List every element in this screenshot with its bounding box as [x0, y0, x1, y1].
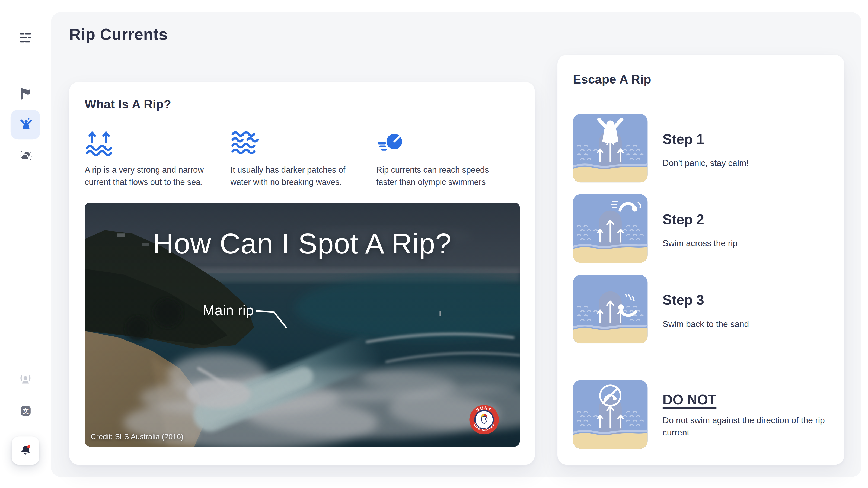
sidebar-item-weather[interactable]: [10, 140, 40, 170]
step-title: Step 1: [663, 132, 704, 146]
app-window: 文 Rip Currents What Is A Rip?: [0, 0, 868, 488]
step-title: Step 2: [663, 213, 704, 226]
step-text: Swim across the rip: [663, 237, 738, 250]
feature-text: Rip currents can reach speeds faster tha…: [376, 164, 508, 188]
menu-icon[interactable]: [10, 23, 40, 53]
feature-speed: Rip currents can reach speeds faster tha…: [376, 131, 522, 188]
feature-text: It usually has darker patches of water w…: [230, 164, 362, 188]
dark-water-waves-icon: [230, 131, 376, 159]
do-not-title: DO NOT: [663, 393, 716, 407]
page-title: Rip Currents: [69, 26, 167, 44]
up-arrows-waves-icon: [85, 131, 230, 159]
feature-rip-definition: A rip is a very strong and narrow curren…: [85, 131, 230, 188]
weather-icon: [19, 149, 32, 162]
speed-timer-icon: [376, 131, 522, 159]
svg-text:文: 文: [22, 407, 29, 414]
escape-a-rip-card: Escape A Rip Step 1 Don't panic,: [557, 55, 844, 465]
sidebar: 文: [0, 0, 51, 488]
flag-icon: [19, 87, 32, 100]
assistant-icon[interactable]: [10, 365, 40, 394]
video-title: How Can I Spot A Rip?: [85, 227, 520, 260]
step-2-illustration: [573, 194, 648, 263]
sidebar-item-rip-currents[interactable]: [10, 109, 40, 139]
feature-dark-patches: It usually has darker patches of water w…: [230, 131, 376, 188]
step-1-illustration: [573, 114, 648, 183]
escape-card-title: Escape A Rip: [573, 72, 651, 87]
step-text: Don't panic, stay calm!: [663, 157, 749, 170]
feature-list: A rip is a very strong and narrow curren…: [85, 131, 522, 188]
what-is-a-rip-card: What Is A Rip? A rip is a v: [69, 82, 535, 465]
do-not-illustration: [573, 380, 648, 449]
rip-video-frame[interactable]: How Can I Spot A Rip? Main rip Credit: S…: [85, 202, 520, 447]
main-panel: Rip Currents What Is A Rip?: [51, 12, 862, 477]
notification-bell-icon: [19, 444, 32, 458]
step-3-illustration: [573, 275, 648, 344]
video-credit: Credit: SLS Australia (2016): [91, 433, 184, 441]
notification-bell-button[interactable]: [12, 436, 39, 465]
sidebar-item-flags[interactable]: [10, 78, 40, 108]
translate-icon[interactable]: 文: [10, 395, 40, 425]
swimmer-icon: [18, 117, 33, 132]
feature-text: A rip is a very strong and narrow curren…: [85, 164, 216, 188]
main-rip-label: Main rip: [203, 302, 254, 319]
do-not-text: Do not swim against the direction of the…: [663, 415, 829, 440]
step-title: Step 3: [663, 293, 704, 307]
surf-life-saving-logo: SURF LIFE SAVING: [468, 404, 500, 435]
step-text: Swim back to the sand: [663, 318, 749, 330]
what-card-title: What Is A Rip?: [85, 97, 171, 112]
